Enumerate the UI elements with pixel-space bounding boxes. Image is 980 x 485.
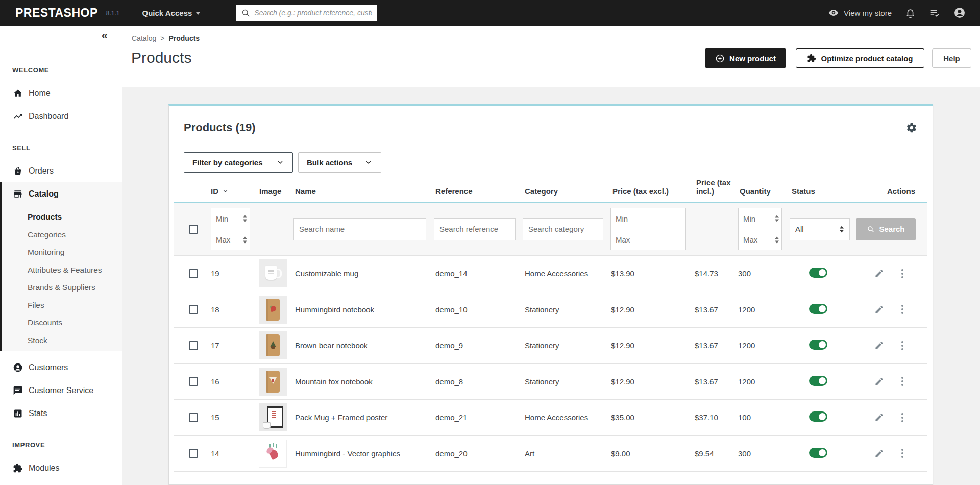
filter-by-categories-button[interactable]: Filter by categories — [184, 152, 293, 173]
kebab-menu-icon[interactable] — [901, 380, 903, 382]
status-toggle[interactable] — [809, 448, 827, 458]
sidebar-item-stats[interactable]: Stats — [0, 402, 122, 425]
sidebar-submenu-item[interactable]: Brands & Suppliers — [2, 279, 122, 297]
product-category: Home Accessories — [521, 269, 608, 278]
product-category: Home Accessories — [521, 413, 608, 422]
version-label: 8.1.1 — [106, 10, 120, 17]
search-category-input[interactable] — [523, 218, 603, 240]
home-icon — [12, 88, 23, 99]
quick-access-menu[interactable]: Quick Access — [142, 9, 200, 17]
table-row[interactable]: 15 Pack Mug + Framed poster demo_21 Home… — [174, 400, 927, 436]
breadcrumb-catalog[interactable]: Catalog — [132, 34, 156, 42]
product-thumbnail — [259, 440, 287, 468]
edit-icon[interactable] — [874, 341, 884, 350]
help-button[interactable]: Help — [932, 48, 971, 68]
row-checkbox[interactable] — [189, 305, 198, 314]
row-checkbox[interactable] — [189, 269, 198, 278]
select-all-checkbox[interactable] — [189, 225, 198, 234]
edit-icon[interactable] — [874, 413, 884, 422]
stepper-arrows-icon[interactable] — [775, 236, 779, 243]
table-row[interactable]: 17 Brown bear notebook demo_9 Stationery… — [174, 328, 927, 364]
new-product-button[interactable]: New product — [705, 48, 786, 68]
stepper-arrows-icon[interactable] — [243, 215, 247, 222]
sidebar-item-label: Customer Service — [29, 386, 93, 395]
row-checkbox[interactable] — [189, 377, 198, 386]
sidebar-collapse-button[interactable]: « — [0, 26, 122, 46]
table-row[interactable]: 16 Mountain fox notebook demo_8 Statione… — [174, 364, 927, 400]
product-reference: demo_10 — [431, 305, 521, 314]
sidebar-submenu-item[interactable]: Products — [2, 208, 122, 226]
status-filter-select[interactable]: All — [790, 218, 850, 240]
avatar-icon[interactable] — [953, 7, 966, 19]
row-checkbox[interactable] — [189, 341, 198, 350]
sidebar-submenu-item[interactable]: Monitoring — [2, 244, 122, 261]
product-id: 16 — [207, 377, 255, 386]
table-row[interactable]: 18 Hummingbird notebook demo_10 Statione… — [174, 292, 927, 328]
product-name: Mountain fox notebook — [291, 377, 431, 386]
price-tax-incl: $13.67 — [692, 341, 736, 350]
sidebar-item-catalog[interactable]: Catalog — [2, 182, 122, 205]
sidebar-item-customers[interactable]: Customers — [0, 356, 122, 379]
edit-icon[interactable] — [874, 305, 884, 314]
status-toggle[interactable] — [809, 411, 827, 422]
table-row[interactable]: 19 Customizable mug demo_14 Home Accesso… — [174, 256, 927, 292]
kebab-menu-icon[interactable] — [901, 308, 903, 310]
filter-search-button[interactable]: Search — [856, 218, 916, 240]
column-id-sort[interactable]: ID — [211, 187, 255, 196]
status-toggle[interactable] — [809, 268, 827, 278]
edit-icon[interactable] — [874, 269, 884, 278]
thumbnail-art — [270, 305, 277, 312]
price-max-input[interactable] — [610, 229, 686, 250]
sidebar-item-customer-service[interactable]: Customer Service — [0, 379, 122, 402]
new-product-label: New product — [729, 54, 776, 63]
edit-icon[interactable] — [874, 449, 884, 458]
edit-icon[interactable] — [874, 377, 884, 386]
search-input[interactable] — [236, 5, 377, 21]
product-name: Customizable mug — [291, 269, 431, 278]
status-toggle[interactable] — [809, 304, 827, 314]
row-checkbox[interactable] — [189, 413, 198, 422]
sidebar-submenu-item[interactable]: Files — [2, 297, 122, 314]
gear-icon[interactable] — [906, 122, 917, 133]
kebab-menu-icon[interactable] — [901, 452, 903, 454]
page-title: Products — [131, 49, 191, 66]
sidebar-item-modules[interactable]: Modules — [0, 456, 122, 479]
column-category: Category — [521, 187, 608, 196]
search-icon — [241, 8, 251, 18]
quick-access-label: Quick Access — [142, 9, 192, 17]
search-reference-input[interactable] — [434, 218, 516, 240]
status-toggle[interactable] — [809, 340, 827, 350]
row-checkbox[interactable] — [189, 449, 198, 458]
kebab-menu-icon[interactable] — [901, 273, 903, 275]
table-row[interactable]: 14 Hummingbird - Vector graphics demo_20… — [174, 436, 927, 472]
chat-icon — [12, 385, 23, 396]
kebab-menu-icon[interactable] — [901, 345, 903, 347]
sidebar-submenu-item[interactable]: Discounts — [2, 314, 122, 332]
toggle-knob — [819, 341, 826, 348]
status-toggle[interactable] — [809, 376, 827, 386]
sidebar-item-label: Stats — [29, 409, 47, 418]
column-quantity: Quantity — [736, 187, 788, 196]
sidebar-item-home[interactable]: Home — [0, 82, 122, 105]
kebab-menu-icon[interactable] — [901, 417, 903, 419]
sidebar-submenu-item[interactable]: Attributes & Features — [2, 261, 122, 279]
sidebar-item-orders[interactable]: Orders — [0, 159, 122, 182]
optimize-catalog-button[interactable]: Optimize product catalog — [796, 48, 924, 68]
sidebar-item-label: Dashboard — [29, 112, 68, 121]
sidebar-submenu-item[interactable]: Categories — [2, 226, 122, 244]
bell-icon[interactable] — [905, 8, 916, 18]
sidebar-item-dashboard[interactable]: Dashboard — [0, 105, 122, 128]
sidebar-submenu-item[interactable]: Stock — [2, 332, 122, 350]
search-name-input[interactable] — [293, 218, 426, 240]
price-tax-excl: $12.90 — [608, 305, 692, 314]
product-category: Stationery — [521, 377, 608, 386]
playlist-check-icon[interactable] — [929, 7, 940, 18]
chevron-down-icon — [222, 188, 229, 195]
stepper-arrows-icon[interactable] — [243, 236, 247, 243]
bulk-actions-button[interactable]: Bulk actions — [298, 152, 381, 173]
product-reference: demo_21 — [431, 413, 521, 422]
help-label: Help — [943, 54, 960, 63]
view-my-store-link[interactable]: View my store — [828, 7, 892, 18]
stepper-arrows-icon[interactable] — [775, 215, 779, 222]
price-min-input[interactable] — [610, 208, 686, 229]
